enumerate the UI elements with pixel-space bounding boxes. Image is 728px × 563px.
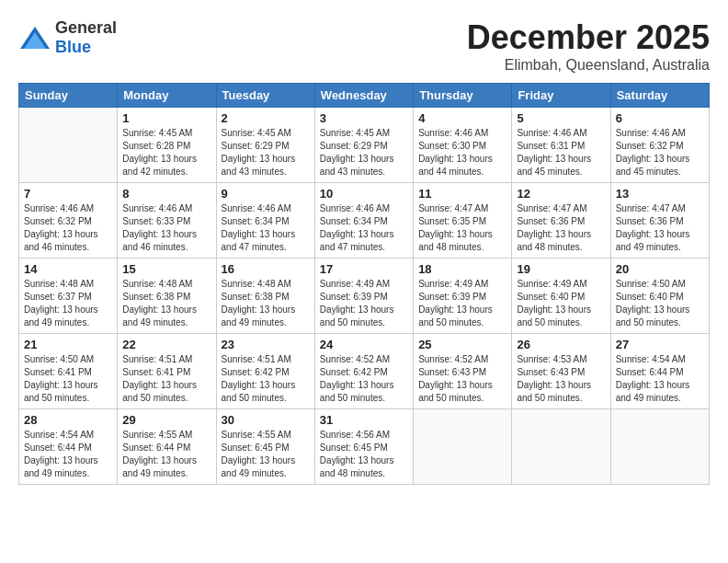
day-number: 30	[222, 413, 310, 427]
calendar-cell: 2Sunrise: 4:45 AM Sunset: 6:29 PM Daylig…	[216, 108, 314, 183]
day-number: 29	[122, 413, 210, 427]
day-number: 31	[320, 413, 408, 427]
day-number: 9	[222, 187, 310, 201]
cell-info: Sunrise: 4:55 AM Sunset: 6:45 PM Dayligh…	[222, 429, 310, 480]
calendar-cell	[610, 409, 709, 485]
day-number: 23	[222, 338, 310, 351]
logo: General Blue	[18, 18, 117, 57]
calendar-cell: 4Sunrise: 4:46 AM Sunset: 6:30 PM Daylig…	[414, 108, 512, 183]
day-number: 14	[24, 262, 112, 276]
col-header-tuesday: Tuesday	[216, 84, 314, 108]
calendar-cell: 10Sunrise: 4:46 AM Sunset: 6:34 PM Dayli…	[314, 183, 413, 259]
cell-info: Sunrise: 4:50 AM Sunset: 6:41 PM Dayligh…	[24, 353, 112, 405]
calendar-cell: 26Sunrise: 4:53 AM Sunset: 6:43 PM Dayli…	[512, 334, 610, 409]
calendar-cell: 6Sunrise: 4:46 AM Sunset: 6:32 PM Daylig…	[610, 108, 709, 183]
cell-info: Sunrise: 4:55 AM Sunset: 6:44 PM Dayligh…	[122, 429, 210, 480]
calendar-cell: 24Sunrise: 4:52 AM Sunset: 6:42 PM Dayli…	[314, 334, 413, 409]
day-number: 17	[320, 262, 408, 276]
logo-general: General	[55, 18, 117, 37]
calendar-cell: 19Sunrise: 4:49 AM Sunset: 6:40 PM Dayli…	[512, 259, 610, 334]
cell-info: Sunrise: 4:46 AM Sunset: 6:32 PM Dayligh…	[24, 202, 112, 254]
calendar-cell: 15Sunrise: 4:48 AM Sunset: 6:38 PM Dayli…	[118, 259, 216, 334]
calendar-cell: 23Sunrise: 4:51 AM Sunset: 6:42 PM Dayli…	[216, 334, 314, 409]
calendar-cell	[512, 409, 610, 485]
day-number: 1	[122, 111, 210, 125]
day-number: 11	[418, 187, 506, 201]
cell-info: Sunrise: 4:49 AM Sunset: 6:40 PM Dayligh…	[517, 278, 605, 329]
cell-info: Sunrise: 4:46 AM Sunset: 6:34 PM Dayligh…	[222, 202, 310, 254]
title-section: December 2025 Elimbah, Queensland, Austr…	[467, 18, 710, 74]
calendar-cell: 29Sunrise: 4:55 AM Sunset: 6:44 PM Dayli…	[118, 409, 216, 485]
day-number: 7	[24, 187, 112, 201]
day-number: 5	[517, 111, 605, 125]
col-header-thursday: Thursday	[414, 84, 512, 108]
day-number: 24	[320, 338, 408, 351]
calendar-cell: 25Sunrise: 4:52 AM Sunset: 6:43 PM Dayli…	[414, 334, 512, 409]
cell-info: Sunrise: 4:45 AM Sunset: 6:29 PM Dayligh…	[320, 127, 408, 178]
cell-info: Sunrise: 4:45 AM Sunset: 6:28 PM Dayligh…	[122, 127, 210, 178]
calendar-cell: 3Sunrise: 4:45 AM Sunset: 6:29 PM Daylig…	[314, 108, 413, 183]
day-number: 8	[122, 187, 210, 201]
day-number: 18	[418, 262, 506, 276]
day-number: 22	[122, 338, 210, 351]
day-number: 13	[616, 187, 704, 201]
calendar-cell	[19, 108, 118, 183]
logo-text: General Blue	[55, 18, 117, 57]
calendar-cell: 9Sunrise: 4:46 AM Sunset: 6:34 PM Daylig…	[216, 183, 314, 259]
day-number: 4	[418, 111, 506, 125]
cell-info: Sunrise: 4:53 AM Sunset: 6:43 PM Dayligh…	[517, 353, 605, 405]
calendar-cell: 17Sunrise: 4:49 AM Sunset: 6:39 PM Dayli…	[314, 259, 413, 334]
cell-info: Sunrise: 4:52 AM Sunset: 6:43 PM Dayligh…	[418, 353, 506, 405]
calendar-week-row: 28Sunrise: 4:54 AM Sunset: 6:44 PM Dayli…	[19, 409, 710, 485]
calendar-cell: 28Sunrise: 4:54 AM Sunset: 6:44 PM Dayli…	[19, 409, 118, 485]
calendar-cell: 22Sunrise: 4:51 AM Sunset: 6:41 PM Dayli…	[118, 334, 216, 409]
calendar-cell: 30Sunrise: 4:55 AM Sunset: 6:45 PM Dayli…	[216, 409, 314, 485]
day-number: 19	[517, 262, 605, 276]
cell-info: Sunrise: 4:49 AM Sunset: 6:39 PM Dayligh…	[418, 278, 506, 329]
calendar-week-row: 1Sunrise: 4:45 AM Sunset: 6:28 PM Daylig…	[19, 108, 710, 183]
calendar-cell: 16Sunrise: 4:48 AM Sunset: 6:38 PM Dayli…	[216, 259, 314, 334]
calendar-cell: 12Sunrise: 4:47 AM Sunset: 6:36 PM Dayli…	[512, 183, 610, 259]
calendar-week-row: 14Sunrise: 4:48 AM Sunset: 6:37 PM Dayli…	[19, 259, 710, 334]
calendar-cell: 14Sunrise: 4:48 AM Sunset: 6:37 PM Dayli…	[19, 259, 118, 334]
cell-info: Sunrise: 4:48 AM Sunset: 6:37 PM Dayligh…	[24, 278, 112, 329]
col-header-saturday: Saturday	[610, 84, 709, 108]
cell-info: Sunrise: 4:49 AM Sunset: 6:39 PM Dayligh…	[320, 278, 408, 329]
calendar-header-row: SundayMondayTuesdayWednesdayThursdayFrid…	[19, 84, 710, 108]
logo-icon	[18, 25, 51, 51]
cell-info: Sunrise: 4:45 AM Sunset: 6:29 PM Dayligh…	[222, 127, 310, 178]
cell-info: Sunrise: 4:46 AM Sunset: 6:33 PM Dayligh…	[122, 202, 210, 254]
cell-info: Sunrise: 4:46 AM Sunset: 6:31 PM Dayligh…	[517, 127, 605, 178]
calendar-cell: 21Sunrise: 4:50 AM Sunset: 6:41 PM Dayli…	[19, 334, 118, 409]
calendar-cell: 20Sunrise: 4:50 AM Sunset: 6:40 PM Dayli…	[610, 259, 709, 334]
day-number: 26	[517, 338, 605, 351]
day-number: 25	[418, 338, 506, 351]
day-number: 15	[122, 262, 210, 276]
calendar-cell: 13Sunrise: 4:47 AM Sunset: 6:36 PM Dayli…	[610, 183, 709, 259]
page-header: General Blue December 2025 Elimbah, Quee…	[18, 18, 710, 74]
cell-info: Sunrise: 4:51 AM Sunset: 6:41 PM Dayligh…	[122, 353, 210, 405]
day-number: 20	[616, 262, 704, 276]
day-number: 21	[24, 338, 112, 351]
cell-info: Sunrise: 4:48 AM Sunset: 6:38 PM Dayligh…	[122, 278, 210, 329]
cell-info: Sunrise: 4:46 AM Sunset: 6:32 PM Dayligh…	[616, 127, 704, 178]
calendar-week-row: 21Sunrise: 4:50 AM Sunset: 6:41 PM Dayli…	[19, 334, 710, 409]
calendar-cell: 27Sunrise: 4:54 AM Sunset: 6:44 PM Dayli…	[610, 334, 709, 409]
day-number: 10	[320, 187, 408, 201]
col-header-sunday: Sunday	[19, 84, 118, 108]
calendar-cell: 31Sunrise: 4:56 AM Sunset: 6:45 PM Dayli…	[314, 409, 413, 485]
day-number: 2	[222, 111, 310, 125]
cell-info: Sunrise: 4:56 AM Sunset: 6:45 PM Dayligh…	[320, 429, 408, 480]
day-number: 27	[616, 338, 704, 351]
cell-info: Sunrise: 4:54 AM Sunset: 6:44 PM Dayligh…	[24, 429, 112, 480]
day-number: 3	[320, 111, 408, 125]
day-number: 16	[222, 262, 310, 276]
calendar-cell: 8Sunrise: 4:46 AM Sunset: 6:33 PM Daylig…	[118, 183, 216, 259]
day-number: 28	[24, 413, 112, 427]
day-number: 12	[517, 187, 605, 201]
calendar-cell: 11Sunrise: 4:47 AM Sunset: 6:35 PM Dayli…	[414, 183, 512, 259]
cell-info: Sunrise: 4:48 AM Sunset: 6:38 PM Dayligh…	[222, 278, 310, 329]
calendar-cell: 1Sunrise: 4:45 AM Sunset: 6:28 PM Daylig…	[118, 108, 216, 183]
month-title: December 2025	[467, 18, 710, 57]
cell-info: Sunrise: 4:47 AM Sunset: 6:35 PM Dayligh…	[418, 202, 506, 254]
